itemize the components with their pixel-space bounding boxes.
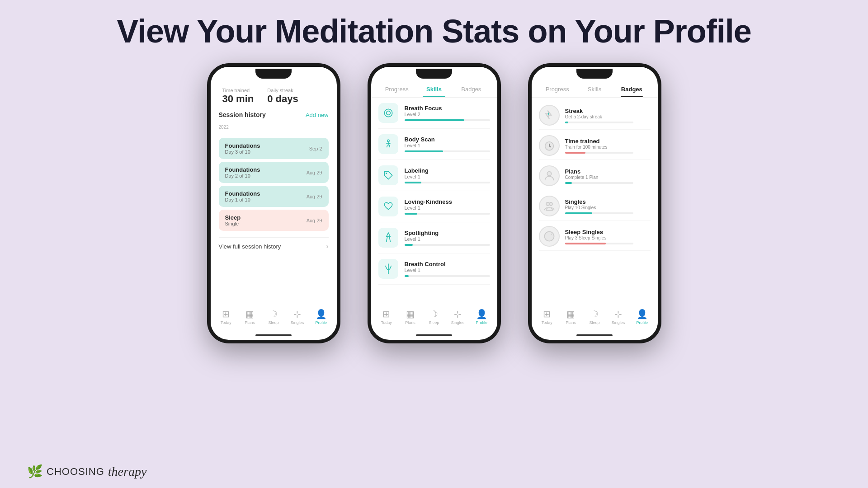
nav-singles-3[interactable]: ⊹ Singles xyxy=(606,309,630,325)
session-history-title: Session history xyxy=(219,111,266,118)
skill-labeling[interactable]: Labeling Level 1 xyxy=(378,160,490,191)
session-item[interactable]: Sleep Single Aug 29 xyxy=(219,210,329,231)
skill-name: Labeling xyxy=(405,167,490,174)
skill-spotlighting[interactable]: Spotlighting Level 1 xyxy=(378,222,490,253)
daily-streak-value: 0 days xyxy=(267,93,298,105)
page-title: View Your Meditation Stats on Your Profi… xyxy=(117,13,751,50)
notch-bar-3 xyxy=(532,67,658,80)
stats-row: Time trained 30 min Daily streak 0 days xyxy=(219,88,329,105)
nav-profile[interactable]: 👤 Profile xyxy=(309,309,333,325)
swipe-bar-3 xyxy=(532,331,658,340)
notch-3 xyxy=(576,69,613,79)
breath-control-icon xyxy=(378,259,398,279)
badge-streak[interactable]: Streak Get a 2-day streak xyxy=(539,101,651,130)
tab-progress[interactable]: Progress xyxy=(378,80,415,97)
bottom-nav-3: ⊞ Today ▦ Plans ☽ Sleep ⊹ Singles 👤 P xyxy=(532,302,658,331)
singles-icon-2: ⊹ xyxy=(454,309,462,319)
nav-singles[interactable]: ⊹ Singles xyxy=(285,309,309,325)
skill-loving-kindness[interactable]: Loving-Kindness Level 1 xyxy=(378,191,490,222)
labeling-icon xyxy=(378,165,398,185)
nav-sleep-3[interactable]: ☽ Sleep xyxy=(583,309,607,325)
session-item[interactable]: Foundations Day 2 of 10 Aug 29 xyxy=(219,162,329,183)
tab-skills[interactable]: Skills xyxy=(415,80,453,97)
svg-point-1 xyxy=(387,140,389,141)
nav-sleep[interactable]: ☽ Sleep xyxy=(262,309,286,325)
time-trained-badge-icon xyxy=(539,135,560,156)
nav-plans-2[interactable]: ▦ Plans xyxy=(398,309,422,325)
session-date: Aug 29 xyxy=(307,218,322,223)
nav-plans-label-2: Plans xyxy=(405,320,415,325)
svg-point-9 xyxy=(551,234,552,235)
body-scan-icon xyxy=(378,134,398,154)
nav-plans-3[interactable]: ▦ Plans xyxy=(559,309,583,325)
svg-point-6 xyxy=(546,202,549,206)
skill-name: Breath Control xyxy=(405,261,490,267)
logo-choosing: CHOOSING xyxy=(47,466,104,478)
today-icon: ⊞ xyxy=(222,309,230,319)
view-history-text: View full session history xyxy=(219,243,281,250)
nav-plans[interactable]: ▦ Plans xyxy=(238,309,262,325)
badge-sleep-singles[interactable]: Sleep Singles Play 3 Sleep Singles xyxy=(539,222,651,251)
phone-1: Time trained 30 min Daily streak 0 days … xyxy=(207,63,340,343)
notch-bar-1 xyxy=(211,67,337,80)
view-history-button[interactable]: View full session history › xyxy=(219,237,329,255)
phone1-content: Time trained 30 min Daily streak 0 days … xyxy=(211,80,337,302)
nav-profile-3[interactable]: 👤 Profile xyxy=(630,309,654,325)
badge-singles[interactable]: Singles Play 10 Singles xyxy=(539,192,651,221)
skill-level: Level 1 xyxy=(405,236,490,242)
nav-today[interactable]: ⊞ Today xyxy=(214,309,238,325)
skill-body-scan[interactable]: Body Scan Level 1 xyxy=(378,129,490,160)
nav-profile-2[interactable]: 👤 Profile xyxy=(470,309,494,325)
badge-time-trained-desc: Train for 100 minutes xyxy=(565,145,651,150)
session-name: Foundations xyxy=(225,166,260,173)
svg-point-0 xyxy=(384,109,392,117)
nav-plans-label: Plans xyxy=(245,320,255,325)
tab3-progress[interactable]: Progress xyxy=(539,80,576,97)
profile-icon: 👤 xyxy=(316,309,327,319)
tab3-skills[interactable]: Skills xyxy=(576,80,613,97)
badge-time-trained[interactable]: Time trained Train for 100 minutes xyxy=(539,131,651,160)
svg-point-8 xyxy=(544,232,554,241)
badge-streak-name: Streak xyxy=(565,108,651,114)
svg-point-7 xyxy=(549,202,552,206)
today-icon-3: ⊞ xyxy=(543,309,551,319)
swipe-bar-2 xyxy=(371,331,497,340)
session-date: Aug 29 xyxy=(307,170,322,175)
badge-plans-desc: Complete 1 Plan xyxy=(565,175,651,180)
skill-breath-control[interactable]: Breath Control Level 1 xyxy=(378,253,490,285)
badge-singles-name: Singles xyxy=(565,198,651,205)
skill-level: Level 1 xyxy=(405,205,490,211)
skill-name: Spotlighting xyxy=(405,230,490,236)
spotlighting-icon xyxy=(378,228,398,248)
logo-leaf-icon: 🌿 xyxy=(27,464,43,479)
profile-icon-2: 👤 xyxy=(476,309,487,319)
badge-plans[interactable]: Plans Complete 1 Plan xyxy=(539,162,651,190)
session-item[interactable]: Foundations Day 1 of 10 Aug 29 xyxy=(219,186,329,207)
badge-sleep-singles-desc: Play 3 Sleep Singles xyxy=(565,235,651,240)
skill-breath-focus[interactable]: Breath Focus Level 2 xyxy=(378,98,490,129)
logo-therapy: therapy xyxy=(108,465,147,479)
daily-streak-label: Daily streak xyxy=(267,88,298,93)
skill-level: Level 1 xyxy=(405,267,490,273)
nav-today-3[interactable]: ⊞ Today xyxy=(535,309,559,325)
session-item[interactable]: Foundations Day 3 of 10 Sep 2 xyxy=(219,138,329,159)
tab3-badges[interactable]: Badges xyxy=(613,80,650,97)
nav-sleep-2[interactable]: ☽ Sleep xyxy=(422,309,446,325)
nav-singles-2[interactable]: ⊹ Singles xyxy=(446,309,470,325)
session-date: Sep 2 xyxy=(309,146,322,151)
add-new-button[interactable]: Add new xyxy=(306,112,329,118)
notch-bar-2 xyxy=(371,67,497,80)
swipe-bar-1 xyxy=(211,331,337,340)
notch-2 xyxy=(416,69,452,79)
badge-streak-desc: Get a 2-day streak xyxy=(565,114,651,119)
session-name: Foundations xyxy=(225,190,260,197)
nav-singles-label-3: Singles xyxy=(612,320,625,325)
svg-point-5 xyxy=(547,172,551,176)
phone2-content: Progress Skills Badges xyxy=(371,80,497,302)
skill-name: Loving-Kindness xyxy=(405,198,490,205)
nav-today-label-3: Today xyxy=(542,320,552,325)
singles-icon: ⊹ xyxy=(293,309,301,319)
nav-today-label: Today xyxy=(221,320,231,325)
tab-badges[interactable]: Badges xyxy=(453,80,490,97)
nav-today-2[interactable]: ⊞ Today xyxy=(375,309,399,325)
